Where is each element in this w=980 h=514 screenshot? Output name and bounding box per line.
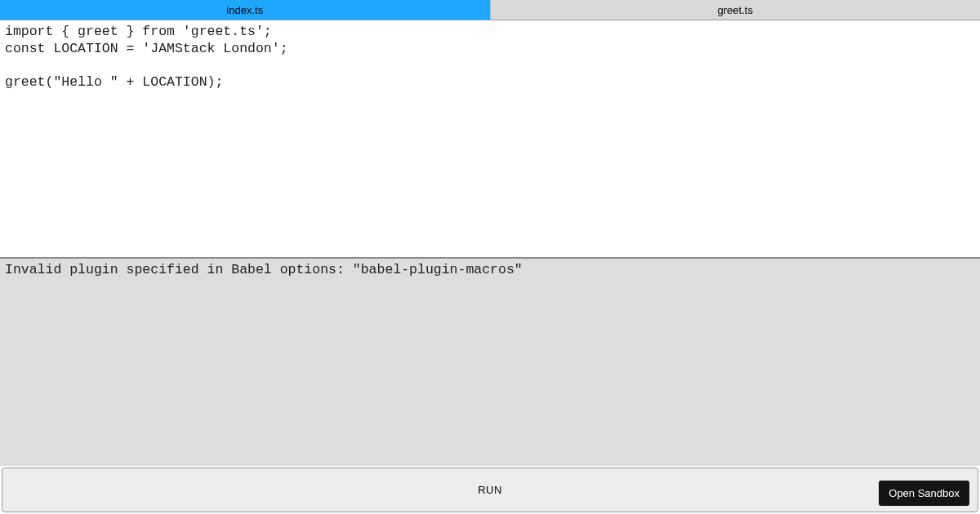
open-sandbox-button[interactable]: Open Sandbox [879, 481, 969, 506]
toolbar: RUN Open Sandbox [2, 467, 978, 512]
code-editor[interactable]: import { greet } from 'greet.ts'; const … [0, 20, 980, 257]
file-tabs: index.ts greet.ts [0, 0, 980, 20]
run-button[interactable]: RUN [478, 484, 502, 496]
tab-index-ts[interactable]: index.ts [0, 0, 491, 20]
output-panel: Invalid plugin specified in Babel option… [0, 257, 980, 466]
tab-greet-ts[interactable]: greet.ts [491, 0, 981, 20]
